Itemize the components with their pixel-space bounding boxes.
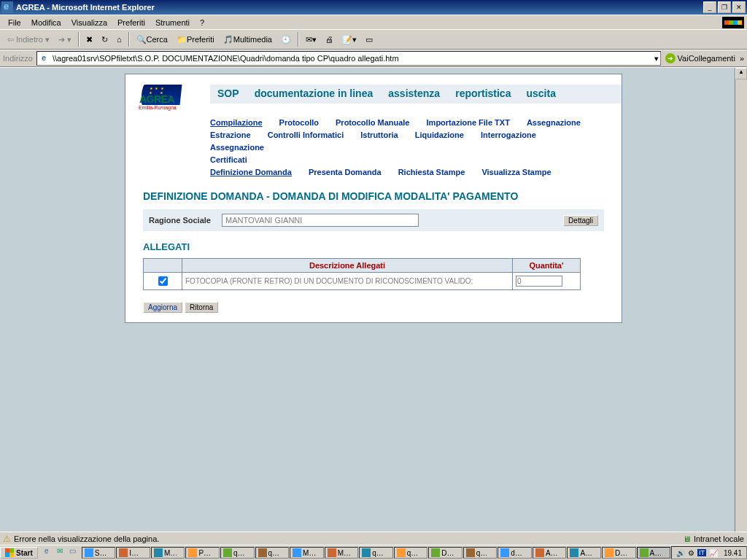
link-certificati[interactable]: Certificati: [210, 155, 247, 164]
taskbar-task[interactable]: A…: [533, 547, 567, 559]
task-label: q…: [268, 549, 280, 557]
multimedia-button[interactable]: 🎵Multimedia: [219, 34, 276, 46]
link-importazione[interactable]: Importazione File TXT: [427, 118, 510, 127]
ql-ie-icon[interactable]: e: [41, 547, 53, 559]
link-visualizza-stampe[interactable]: Visualizza Stampe: [481, 168, 551, 176]
link-presenta-domanda[interactable]: Presenta Domanda: [309, 168, 382, 176]
row-quantita-input[interactable]: [516, 276, 562, 287]
nav-uscita[interactable]: uscita: [527, 88, 556, 99]
task-app-icon: [328, 548, 336, 557]
link-estrazione[interactable]: Estrazione: [210, 131, 251, 139]
tray-icon[interactable]: 🔊: [676, 549, 685, 557]
link-protocollo[interactable]: Protocollo: [279, 118, 319, 127]
nav-documentazione[interactable]: documentazione in linea: [255, 88, 374, 99]
task-app-icon: [397, 548, 406, 557]
ql-desktop-icon[interactable]: ▭: [67, 547, 79, 559]
link-definizione-domanda[interactable]: Definizione Domanda: [210, 168, 292, 176]
task-app-icon: [154, 548, 163, 557]
task-app-icon: [362, 548, 371, 557]
discuss-button[interactable]: ▭: [361, 34, 377, 46]
menu-visualizza[interactable]: Visualizza: [66, 17, 112, 28]
taskbar-task[interactable]: M…: [325, 547, 359, 559]
dettagli-button[interactable]: Dettagli: [563, 215, 598, 226]
history-button[interactable]: 🕘: [276, 34, 295, 46]
windows-flag-icon: [722, 17, 744, 28]
taskbar-task[interactable]: q…: [394, 547, 428, 559]
taskbar-task[interactable]: q…: [255, 547, 290, 559]
link-compilazione[interactable]: Compilazione: [210, 118, 263, 127]
menu-preferiti[interactable]: Preferiti: [112, 17, 150, 28]
link-richiesta-stampe[interactable]: Richiesta Stampe: [398, 168, 465, 176]
language-indicator[interactable]: IT: [697, 549, 706, 556]
nav-sop[interactable]: SOP: [217, 88, 239, 99]
start-button[interactable]: Start: [0, 547, 38, 559]
favorites-button[interactable]: 📁Preferiti: [172, 34, 219, 46]
address-dropdown-icon[interactable]: ▾: [654, 54, 659, 63]
task-label: q…: [407, 549, 419, 557]
taskbar-task[interactable]: A…: [567, 547, 601, 559]
back-button[interactable]: ⇦ Indietro ▾: [3, 34, 54, 46]
link-protocollo-manuale[interactable]: Protocollo Manuale: [336, 118, 409, 127]
menu-strumenti[interactable]: Strumenti: [150, 17, 195, 28]
th-check: [144, 259, 182, 273]
address-box: e ▾: [36, 51, 661, 66]
print-icon: 🖨: [325, 35, 333, 44]
top-nav: SOP documentazione in linea assistenza r…: [210, 85, 622, 104]
row-descrizione: FOTOCOPIA (FRONTE RETRO) DI UN DOCUMENTO…: [182, 273, 513, 290]
home-button[interactable]: ⌂: [112, 34, 126, 45]
tray-icon[interactable]: ⚙: [688, 549, 694, 557]
link-assegnazione2[interactable]: Assegnazione: [210, 143, 264, 152]
taskbar-task[interactable]: d…: [498, 547, 532, 559]
taskbar-task[interactable]: q…: [463, 547, 498, 559]
sub-nav: Compilazione Protocollo Protocollo Manua…: [125, 115, 622, 183]
link-controlli[interactable]: Controlli Informatici: [268, 131, 344, 139]
print-button[interactable]: 🖨: [321, 34, 338, 45]
nav-assistenza[interactable]: assistenza: [388, 88, 440, 99]
row-checkbox[interactable]: [158, 276, 168, 286]
stop-button[interactable]: ✖: [82, 34, 97, 46]
forward-button[interactable]: ➔ ▾: [54, 34, 76, 46]
menu-file[interactable]: File: [3, 17, 26, 28]
menu-help[interactable]: ?: [195, 17, 209, 28]
go-button[interactable]: ➜ Vai: [665, 53, 689, 63]
links-chevron-icon[interactable]: »: [740, 54, 744, 63]
quick-launch: e ✉ ▭: [40, 547, 80, 559]
address-input[interactable]: [51, 53, 654, 63]
vertical-scrollbar[interactable]: ▲ ▼: [735, 68, 747, 553]
taskbar-task[interactable]: S…: [82, 547, 116, 559]
logo-text: AGREA: [139, 93, 174, 105]
ritorna-button[interactable]: Ritorna: [185, 302, 218, 313]
taskbar-task[interactable]: P…: [185, 547, 220, 559]
edit-button[interactable]: 📝▾: [338, 34, 361, 46]
link-liquidazione[interactable]: Liquidazione: [415, 131, 464, 139]
search-button[interactable]: 🔍Cerca: [132, 34, 172, 46]
taskbar-task[interactable]: I…: [116, 547, 150, 559]
aggiorna-button[interactable]: Aggiorna: [143, 302, 182, 313]
taskbar-task[interactable]: M…: [151, 547, 185, 559]
taskbar-task[interactable]: M…: [290, 547, 324, 559]
ragione-input[interactable]: [222, 214, 419, 227]
link-interrogazione[interactable]: Interrogazione: [481, 131, 536, 139]
tray-icon[interactable]: 📈: [709, 549, 718, 557]
scroll-up-icon[interactable]: ▲: [735, 68, 747, 79]
link-istruttoria[interactable]: Istruttoria: [360, 131, 398, 139]
nav-reportistica[interactable]: reportistica: [455, 88, 511, 99]
taskbar-task[interactable]: q…: [220, 547, 255, 559]
menu-modifica[interactable]: Modifica: [26, 17, 66, 28]
zone-icon: 🖥: [683, 534, 691, 543]
minimize-button[interactable]: _: [703, 1, 716, 13]
close-button[interactable]: ✕: [732, 1, 746, 13]
links-label[interactable]: Collegamenti: [689, 54, 735, 63]
maximize-button[interactable]: ❐: [718, 1, 731, 13]
refresh-button[interactable]: ↻: [97, 34, 112, 46]
mail-button[interactable]: ✉▾: [301, 34, 321, 46]
taskbar-task[interactable]: A…: [637, 547, 671, 559]
taskbar-task[interactable]: q…: [359, 547, 393, 559]
taskbar-task[interactable]: D…: [602, 547, 636, 559]
task-label: I…: [129, 549, 139, 557]
link-assegnazione[interactable]: Assegnazione: [527, 118, 581, 127]
ql-outlook-icon[interactable]: ✉: [54, 547, 66, 559]
taskbar-task[interactable]: D…: [428, 547, 462, 559]
task-label: q…: [233, 549, 245, 557]
task-label: M…: [303, 549, 316, 557]
